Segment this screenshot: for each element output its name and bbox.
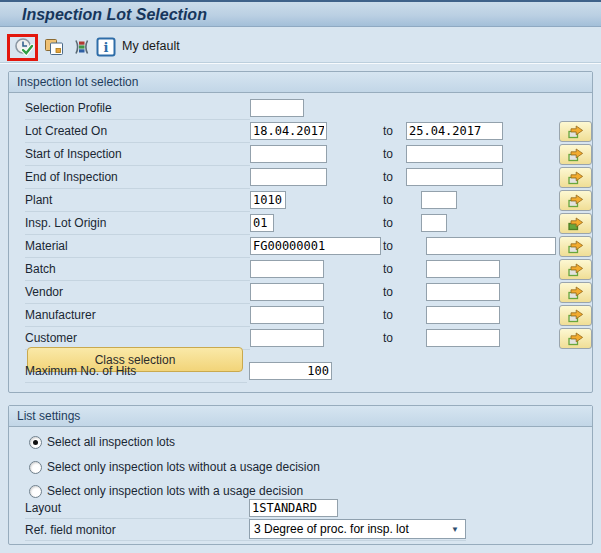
multiple-selection-icon	[568, 194, 584, 208]
selection-group-header: Inspection lot selection	[9, 72, 592, 93]
field-label-start-of-inspection: Start of Inspection	[25, 143, 122, 165]
to-label: to	[383, 120, 393, 142]
lot-created-on-from-input[interactable]	[250, 122, 327, 140]
radio-button[interactable]	[29, 461, 42, 474]
to-label: to	[383, 327, 393, 349]
multiple-selection-icon	[568, 263, 584, 277]
field-row-insp-lot-origin: Insp. Lot Originto	[9, 212, 592, 235]
field-row-vendor: Vendorto	[9, 281, 592, 304]
multiple-selection-button-lot-created-on[interactable]	[559, 121, 592, 142]
multiple-selection-icon	[568, 240, 584, 254]
vendor-from-input[interactable]	[250, 283, 324, 301]
selection-options-button[interactable]	[69, 36, 93, 58]
annotation-highlight-box	[7, 34, 38, 61]
inspection-lot-selection-window: Inspection Lot Selection	[0, 0, 601, 553]
ref-field-monitor-value: 3 Degree of proc. for insp. lot	[254, 522, 409, 536]
lot-created-on-to-input[interactable]	[406, 122, 503, 140]
batch-to-input[interactable]	[426, 260, 500, 278]
ref-field-monitor-row: Ref. field monitor 3 Degree of proc. for…	[9, 519, 592, 541]
max-hits-row: Maximum No. of Hits	[9, 360, 592, 383]
multiple-selection-button-batch[interactable]	[559, 259, 592, 280]
multiple-selection-button-customer[interactable]	[559, 328, 592, 349]
get-variant-icon	[44, 38, 64, 56]
customer-from-input[interactable]	[250, 329, 324, 347]
field-row-lot-created-on: Lot Created Onto	[9, 120, 592, 143]
customer-to-input[interactable]	[426, 329, 500, 347]
field-label-batch: Batch	[25, 258, 56, 280]
field-label-selection-profile: Selection Profile	[25, 97, 112, 119]
radio-label: Select only inspection lots with a usage…	[47, 484, 303, 498]
multiple-selection-button-insp-lot-origin[interactable]	[559, 213, 592, 234]
field-label-material: Material	[25, 235, 68, 257]
radio-label: Select only inspection lots without a us…	[47, 460, 320, 474]
to-label: to	[383, 166, 393, 188]
multiple-selection-button-start-of-inspection[interactable]	[559, 144, 592, 165]
multiple-selection-icon	[568, 125, 584, 139]
field-label-customer: Customer	[25, 327, 77, 349]
multiple-selection-button-vendor[interactable]	[559, 282, 592, 303]
to-label: to	[383, 281, 393, 303]
to-label: to	[383, 304, 393, 326]
field-label-vendor: Vendor	[25, 281, 63, 303]
info-icon: i	[96, 37, 116, 57]
layout-label: Layout	[25, 497, 61, 519]
selection-groupbox: Inspection lot selection Selection Profi…	[8, 71, 593, 393]
field-label-insp-lot-origin: Insp. Lot Origin	[25, 212, 106, 234]
batch-from-input[interactable]	[250, 260, 324, 278]
field-row-start-of-inspection: Start of Inspectionto	[9, 143, 592, 166]
multiple-selection-icon	[568, 286, 584, 300]
radio-label: Select all inspection lots	[47, 435, 175, 449]
material-from-input[interactable]	[250, 237, 381, 255]
multiple-selection-button-manufacturer[interactable]	[559, 305, 592, 326]
insp-lot-origin-to-input[interactable]	[421, 214, 447, 232]
chevron-down-icon: ▼	[451, 521, 459, 539]
multiple-selection-icon	[568, 148, 584, 162]
to-label: to	[383, 189, 393, 211]
page-title: Inspection Lot Selection	[0, 2, 601, 27]
radio-button-selected[interactable]	[29, 436, 42, 449]
to-label: to	[383, 258, 393, 280]
plant-from-input[interactable]	[250, 191, 286, 209]
layout-input[interactable]	[249, 499, 338, 517]
radio-option-select-only-inspection-lots-without-a-usage-decision[interactable]: Select only inspection lots without a us…	[29, 459, 320, 475]
multiple-selection-icon	[568, 217, 584, 231]
field-row-plant: Plantto	[9, 189, 592, 212]
plant-to-input[interactable]	[421, 191, 457, 209]
radio-option-select-all-inspection-lots[interactable]: Select all inspection lots	[29, 434, 175, 450]
ref-field-monitor-label: Ref. field monitor	[25, 519, 116, 541]
application-toolbar: i My default	[0, 30, 601, 63]
multiple-selection-button-end-of-inspection[interactable]	[559, 167, 592, 188]
get-variant-button[interactable]	[42, 36, 66, 58]
vendor-to-input[interactable]	[426, 283, 500, 301]
field-label-lot-created-on: Lot Created On	[25, 120, 107, 142]
field-label-plant: Plant	[25, 189, 52, 211]
layout-row: Layout	[9, 497, 592, 519]
field-label-end-of-inspection: End of Inspection	[25, 166, 118, 188]
to-label: to	[383, 143, 393, 165]
manufacturer-from-input[interactable]	[250, 306, 324, 324]
field-row-material: Materialto	[9, 235, 592, 258]
manufacturer-to-input[interactable]	[426, 306, 500, 324]
selection-profile-from-input[interactable]	[250, 99, 304, 117]
start-of-inspection-to-input[interactable]	[406, 145, 503, 163]
max-hits-input[interactable]	[249, 362, 332, 380]
multiple-selection-button-plant[interactable]	[559, 190, 592, 211]
end-of-inspection-to-input[interactable]	[406, 168, 503, 186]
radio-button[interactable]	[29, 485, 42, 498]
multiple-selection-button-material[interactable]	[559, 236, 592, 257]
selection-options-icon	[71, 38, 91, 56]
field-row-batch: Batchto	[9, 258, 592, 281]
field-label-manufacturer: Manufacturer	[25, 304, 96, 326]
row-separator	[25, 540, 466, 541]
title-bar: Inspection Lot Selection	[0, 0, 601, 27]
multiple-selection-icon	[568, 171, 584, 185]
start-of-inspection-from-input[interactable]	[250, 145, 327, 163]
insp-lot-origin-from-input[interactable]	[250, 214, 274, 232]
field-row-manufacturer: Manufacturerto	[9, 304, 592, 327]
max-hits-label: Maximum No. of Hits	[25, 360, 136, 382]
ref-field-monitor-select[interactable]: 3 Degree of proc. for insp. lot ▼	[249, 519, 466, 539]
info-button[interactable]: i	[94, 36, 118, 58]
field-row-end-of-inspection: End of Inspectionto	[9, 166, 592, 189]
end-of-inspection-from-input[interactable]	[250, 168, 327, 186]
material-to-input[interactable]	[426, 237, 556, 255]
